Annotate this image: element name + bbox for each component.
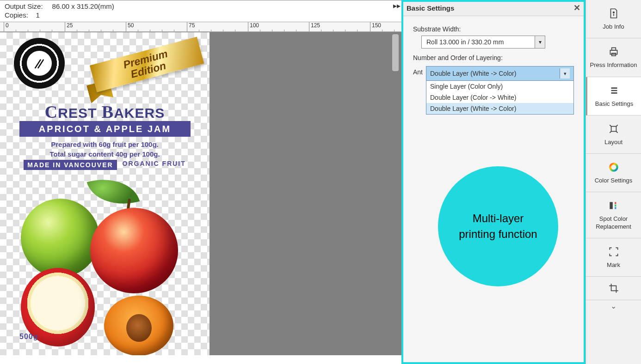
brand-title: CREST BAKERS — [0, 102, 210, 122]
svg-point-0 — [613, 12, 614, 13]
made-in-tag: MADE IN VANCOUVER — [24, 160, 117, 170]
red-apple-icon — [90, 208, 178, 293]
side-nav: Job Info Press Information Basic Setting… — [586, 0, 641, 364]
color-ring-icon — [607, 160, 621, 174]
panel-header: Basic Settings ✕ — [402, 0, 585, 16]
layering-option[interactable]: Double Layer (Color -> White) — [426, 92, 573, 103]
vertical-scrollbar-thumb[interactable] — [392, 34, 399, 71]
document-info-icon — [607, 6, 621, 20]
layering-selected-value: Double Layer (White -> Color) — [430, 70, 516, 77]
leaf-icon — [87, 170, 140, 213]
svg-rect-8 — [615, 205, 616, 206]
swatch-swap-icon — [607, 199, 621, 212]
output-size-value: 86.00 x 315.20(mm) — [52, 2, 114, 10]
net-weight: 500g — [19, 333, 38, 341]
crop-icon — [607, 281, 621, 295]
nav-scroll-down[interactable]: ⌄ — [586, 300, 641, 312]
preview-viewport[interactable]: PremiumEdition CREST BAKERS APRICOT & AP… — [0, 32, 401, 355]
output-info-bar: Output Size: 86.00 x 315.20(mm) — [0, 0, 401, 10]
nav-label: Mark — [607, 261, 620, 269]
callout-line-2: printing function — [459, 226, 537, 242]
nav-color-settings[interactable]: Color Settings — [586, 154, 641, 192]
chevron-down-icon[interactable]: ▾ — [535, 36, 545, 48]
canvas-empty-area — [210, 32, 401, 355]
svg-rect-7 — [615, 202, 616, 204]
nav-label: Job Info — [603, 23, 624, 30]
svg-rect-2 — [611, 48, 616, 50]
layout-icon — [607, 122, 621, 136]
chevron-down-icon: ⌄ — [610, 302, 616, 310]
crop-mark-icon — [607, 245, 621, 259]
substrate-width-value: Roll 13.000 in / 330.20 mm — [422, 38, 535, 46]
basic-settings-panel: Basic Settings ✕ Substrate Width: Roll 1… — [401, 0, 586, 364]
copies-label: Copies: — [5, 11, 28, 19]
tag-row: MADE IN VANCOUVER ORGANIC FRUIT — [0, 160, 210, 170]
nav-spot-color-replacement[interactable]: Spot Color Replacement — [586, 192, 641, 238]
substrate-width-label: Substrate Width: — [413, 25, 574, 33]
nav-label: Layout — [604, 139, 623, 146]
organic-tag: ORGANIC FRUIT — [123, 160, 186, 170]
printer-icon — [607, 45, 621, 59]
seal-badge — [14, 38, 65, 89]
copies-row: Copies: 1 — [0, 10, 401, 22]
nav-job-info[interactable]: Job Info — [586, 0, 641, 38]
output-size-label: Output Size: — [5, 2, 43, 10]
copies-value: 1 — [36, 11, 40, 19]
layering-selected[interactable]: Double Layer (White -> Color) ▾ — [426, 67, 573, 81]
nav-mark[interactable]: Mark — [586, 238, 641, 277]
callout-bubble: Multi-layer printing function — [438, 166, 558, 286]
preparation-text: Prepared with 60g fruit per 100g. Total … — [0, 140, 210, 159]
canvas-area: ▸▸ Output Size: 86.00 x 315.20(mm) Copie… — [0, 0, 401, 364]
nav-crop[interactable] — [586, 277, 641, 300]
nav-label: Spot Color Replacement — [588, 215, 639, 231]
svg-rect-6 — [610, 202, 613, 209]
svg-point-5 — [610, 164, 617, 170]
nav-label: Color Settings — [595, 177, 633, 184]
svg-rect-4 — [611, 126, 616, 131]
premium-ribbon: PremiumEdition — [87, 32, 210, 110]
chevron-down-icon[interactable]: ▾ — [560, 68, 570, 79]
layering-option[interactable]: Single Layer (Color Only) — [426, 81, 573, 92]
nav-basic-settings[interactable]: Basic Settings — [586, 77, 641, 115]
label-artwork: PremiumEdition CREST BAKERS APRICOT & AP… — [0, 32, 210, 355]
fruit-illustration — [12, 176, 201, 351]
nav-label: Press Information — [590, 61, 637, 69]
layering-option[interactable]: Double Layer (White -> Color) — [426, 103, 573, 114]
nav-press-information[interactable]: Press Information — [586, 38, 641, 77]
prep-line-1: Prepared with 60g fruit per 100g. — [0, 140, 210, 149]
nav-layout[interactable]: Layout — [586, 115, 641, 154]
apricot-pit-icon — [126, 314, 152, 342]
callout-line-1: Multi-layer — [459, 211, 537, 226]
layering-label: Number and Order of Layering: — [413, 54, 574, 61]
nav-label: Basic Settings — [595, 100, 633, 108]
green-apple-icon — [21, 199, 99, 277]
panel-title: Basic Settings — [407, 4, 454, 12]
list-icon — [607, 84, 621, 97]
ant-label: Ant — [413, 66, 426, 76]
whisk-spoon-icon — [27, 51, 52, 76]
horizontal-ruler: 0255075100125150 — [0, 22, 401, 32]
app-root: ▸▸ Output Size: 86.00 x 315.20(mm) Copie… — [0, 0, 641, 364]
svg-rect-9 — [615, 207, 616, 209]
product-name-band: APRICOT & APPLE JAM — [19, 121, 191, 137]
prep-line-2: Total sugar content 40g per 100g. — [0, 149, 210, 159]
layering-select[interactable]: Double Layer (White -> Color) ▾ Single L… — [426, 66, 574, 115]
collapse-handle-icon[interactable]: ▸▸ — [393, 1, 401, 10]
substrate-width-select[interactable]: Roll 13.000 in / 330.20 mm ▾ — [421, 36, 545, 49]
close-icon[interactable]: ✕ — [573, 3, 580, 13]
